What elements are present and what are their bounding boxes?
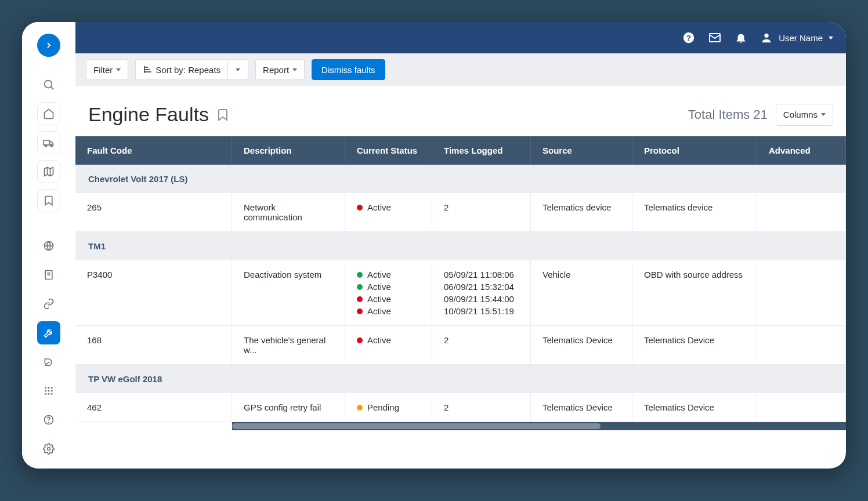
cell-fault-code: P3400 — [75, 260, 232, 325]
cell-protocol: Telematics Device — [632, 393, 757, 422]
cell-description: The vehicle's general w... — [232, 326, 345, 364]
cell-source: Telematics device — [531, 193, 632, 231]
group-row[interactable]: Chevrolet Volt 2017 (LS) — [75, 165, 846, 193]
bell-icon — [735, 31, 747, 44]
nav-reports[interactable] — [37, 263, 60, 286]
chevron-down-icon — [292, 68, 297, 71]
sidebar-expand-button[interactable] — [37, 34, 60, 57]
cell-source: Vehicle — [531, 260, 632, 325]
table-row[interactable]: 462GPS config retry failPending2Telemati… — [75, 393, 846, 422]
table-row[interactable]: P3400Deactivation systemActiveActiveActi… — [75, 260, 846, 326]
col-description[interactable]: Description — [232, 136, 345, 165]
group-name: Chevrolet Volt 2017 (LS) — [75, 165, 232, 193]
status-dot-icon — [357, 205, 363, 210]
svg-point-19 — [45, 393, 46, 395]
svg-point-18 — [51, 390, 53, 392]
dismiss-faults-button[interactable]: Dismiss faults — [312, 59, 385, 80]
sidebar — [22, 22, 75, 469]
cell-fault-code: 265 — [75, 193, 232, 231]
chevron-right-icon — [44, 41, 53, 50]
chevron-down-icon — [821, 113, 826, 116]
status-line: Active — [357, 335, 420, 345]
cell-description: GPS config retry fail — [232, 393, 345, 422]
sort-button[interactable]: Sort by: Repeats — [135, 59, 227, 80]
svg-point-16 — [45, 390, 46, 392]
report-button[interactable]: Report — [255, 59, 305, 80]
page-title: Engine Faults — [88, 103, 230, 126]
col-times-logged[interactable]: Times Logged — [432, 136, 531, 165]
nav-map[interactable] — [37, 160, 60, 183]
topbar: ? User Name — [75, 22, 846, 53]
group-row[interactable]: TP VW eGolf 2018 — [75, 365, 846, 393]
map-icon — [43, 166, 55, 177]
horizontal-scrollbar[interactable] — [232, 422, 846, 430]
status-text: Pending — [367, 402, 399, 412]
cell-advanced — [757, 193, 846, 231]
cell-times: 2 — [432, 326, 531, 364]
status-dot-icon — [357, 405, 363, 411]
total-items-label: Total Items 21 — [688, 107, 768, 122]
status-dot-icon — [357, 284, 363, 290]
col-advanced[interactable]: Advanced — [757, 136, 846, 165]
nav-home[interactable] — [37, 102, 60, 125]
table-row[interactable]: 168The vehicle's general w...Active2Tele… — [75, 326, 846, 365]
nav-globe[interactable] — [37, 234, 60, 257]
time-logged: 06/09/21 15:32:04 — [444, 282, 519, 292]
svg-point-23 — [49, 422, 49, 423]
notifications-button[interactable] — [735, 31, 747, 44]
columns-button[interactable]: Columns — [776, 104, 833, 126]
receipt-icon — [43, 269, 55, 281]
nav-bookmarks[interactable] — [37, 189, 60, 212]
col-source[interactable]: Source — [531, 136, 632, 165]
sort-button-group: Sort by: Repeats — [135, 59, 248, 80]
filter-button[interactable]: Filter — [86, 59, 128, 80]
nav-settings[interactable] — [37, 437, 60, 460]
nav-rules[interactable] — [37, 292, 60, 315]
col-protocol[interactable]: Protocol — [632, 136, 757, 165]
nav-maintenance[interactable] — [37, 321, 60, 344]
user-name-label: User Name — [779, 33, 823, 43]
gear-icon — [43, 443, 55, 455]
leaf-icon — [43, 356, 55, 368]
time-logged: 2 — [444, 335, 519, 345]
cell-fault-code: 168 — [75, 326, 232, 364]
col-fault-code[interactable]: Fault Code — [75, 136, 232, 165]
status-dot-icon — [357, 308, 363, 314]
status-line: Active — [357, 306, 420, 316]
nav-apps[interactable] — [37, 379, 60, 402]
globe-icon — [43, 240, 55, 252]
group-row[interactable]: TM1 — [75, 232, 846, 260]
svg-point-15 — [51, 387, 53, 389]
sort-dropdown-button[interactable] — [227, 59, 248, 80]
mail-icon — [708, 31, 722, 45]
search-button[interactable] — [37, 73, 60, 96]
table-body: Chevrolet Volt 2017 (LS)265Network commu… — [75, 165, 846, 422]
nav-sustainability[interactable] — [37, 350, 60, 373]
user-icon — [760, 31, 773, 44]
svg-point-17 — [48, 390, 50, 392]
dismiss-label: Dismiss faults — [321, 65, 375, 75]
sort-label: Sort by: Repeats — [155, 65, 220, 75]
nav-vehicles[interactable] — [37, 131, 60, 154]
cell-description: Network communication — [232, 193, 345, 231]
home-icon — [43, 108, 55, 119]
topbar-help-button[interactable]: ? — [682, 31, 695, 44]
status-text: Active — [367, 202, 391, 212]
search-icon — [42, 78, 55, 91]
columns-label: Columns — [783, 110, 818, 119]
cell-advanced — [757, 326, 846, 364]
cell-status: Pending — [345, 393, 432, 422]
messages-button[interactable] — [708, 31, 722, 45]
scrollbar-thumb[interactable] — [232, 423, 601, 429]
cell-protocol: OBD with source address — [632, 260, 757, 325]
grid-icon — [44, 386, 54, 396]
group-name: TP VW eGolf 2018 — [75, 365, 232, 393]
table-row[interactable]: 265Network communicationActive2Telematic… — [75, 193, 846, 232]
user-menu[interactable]: User Name — [760, 31, 833, 44]
app-frame: ? User Name Filter Sort by: — [22, 22, 846, 469]
nav-help[interactable] — [37, 408, 60, 431]
col-current-status[interactable]: Current Status — [345, 136, 432, 165]
bookmark-icon[interactable] — [216, 108, 230, 122]
status-dot-icon — [357, 296, 363, 302]
status-line: Active — [357, 294, 420, 304]
